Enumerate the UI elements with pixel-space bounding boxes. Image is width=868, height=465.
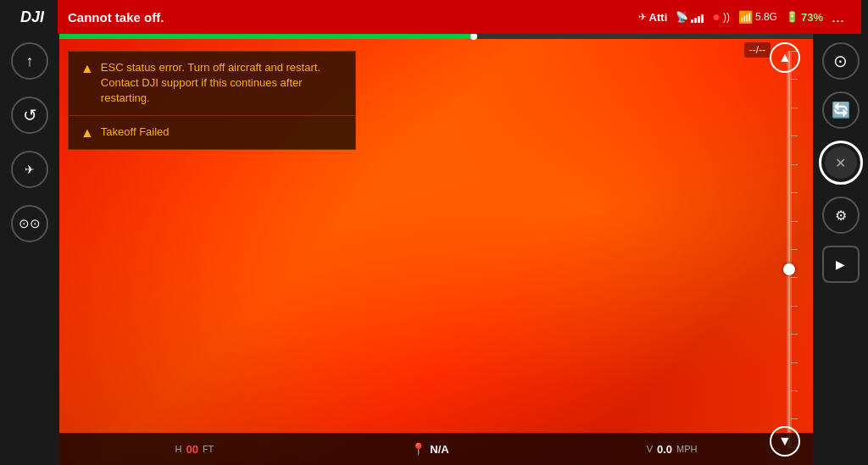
recording-indicator: ● ))	[712, 9, 730, 25]
shutter-inner: ✕	[825, 147, 857, 179]
right-sidebar: ⊙ 🔄 ✕ ⚙ ▶	[813, 34, 868, 465]
wifi-icon: 📶	[738, 10, 753, 24]
intelligent-flight-icon: ✈	[25, 163, 35, 176]
h-unit: FT	[203, 444, 214, 454]
flight-mode-indicator[interactable]: ✈ Atti	[638, 11, 668, 24]
shutter-icon: ✕	[835, 155, 846, 171]
record-dot-icon: ●	[712, 9, 721, 25]
return-home-button[interactable]: ↺	[11, 97, 48, 134]
exposure-fill	[59, 34, 474, 39]
altitude-slider[interactable]	[787, 51, 792, 448]
down-arrow-icon: ▼	[778, 434, 792, 449]
error-message-takeoff: ▲ Takeoff Failed	[68, 116, 356, 150]
location-value: N/A	[430, 443, 448, 456]
status-icons: ✈ Atti 📡 ● ))	[638, 8, 851, 26]
exposure-dot	[470, 34, 477, 40]
altitude-ticks	[791, 51, 798, 448]
frequency-label: 5.8G	[755, 11, 777, 23]
v-label: V	[647, 444, 653, 454]
h-value: 00	[186, 443, 198, 456]
speed-stat: V 0.0 MPH	[647, 443, 698, 456]
intelligent-flight-button[interactable]: ✈	[11, 151, 48, 188]
exposure-settings-button[interactable]: ⚙	[822, 197, 860, 234]
main-content: ↑ ↺ ✈ ⊙⊙ --/-- ▲	[0, 34, 868, 465]
takeoff-error-text: Takeoff Failed	[101, 125, 170, 140]
capture-mode-button[interactable]: ⊙	[822, 42, 860, 80]
altitude-down-button[interactable]: ▼	[770, 426, 800, 457]
more-menu-button[interactable]: ...	[832, 8, 844, 26]
telemetry-bar: H 00 FT 📍 N/A V 0.0 MPH	[59, 433, 813, 465]
left-sidebar: ↑ ↺ ✈ ⊙⊙	[0, 34, 59, 465]
v-unit: MPH	[676, 444, 697, 454]
v-value: 0.0	[657, 443, 672, 456]
up-arrow-icon: ▲	[778, 50, 792, 65]
exposure-bar	[59, 34, 813, 39]
signal-indicator: 📡	[676, 11, 704, 23]
sliders-icon: ⚙	[835, 208, 847, 224]
dji-logo: DJI	[7, 8, 58, 26]
top-bar: DJI Cannot take off. ✈ Atti 📡	[0, 0, 868, 34]
h-label: H	[175, 444, 181, 454]
atti-label: Atti	[649, 11, 668, 24]
error-message-esc: ▲ ESC status error. Turn off aircraft an…	[68, 51, 356, 116]
esc-error-text: ESC status error. Turn off aircraft and …	[101, 60, 343, 107]
camera-switch-button[interactable]: 🔄	[822, 91, 860, 129]
battery-value: 73%	[801, 11, 823, 24]
error-status-bar: Cannot take off. ✈ Atti 📡	[58, 0, 861, 34]
wifi-indicator: 📶 5.8G	[738, 10, 777, 24]
altitude-thumb[interactable]	[783, 263, 795, 275]
error-panel: ▲ ESC status error. Turn off aircraft an…	[68, 51, 356, 150]
app-container: DJI Cannot take off. ✈ Atti 📡	[0, 0, 868, 465]
record-label: ))	[723, 11, 730, 23]
signal-bars	[691, 11, 704, 23]
takeoff-land-button[interactable]: ↑	[11, 42, 48, 80]
return-home-icon: ↺	[23, 105, 37, 125]
play-icon: ▶	[836, 257, 845, 271]
cannot-takeoff-label: Cannot take off.	[68, 10, 164, 25]
altitude-up-button[interactable]: ▲	[770, 42, 800, 73]
location-pin-icon: 📍	[411, 442, 426, 456]
takeoff-icon: ↑	[26, 53, 34, 70]
camera-switch-icon: 🔄	[832, 101, 850, 119]
drone-icon: ✈	[638, 11, 647, 23]
warning-icon-1: ▲	[81, 61, 94, 76]
shutter-button[interactable]: ✕	[819, 141, 863, 185]
signal-icon: 📡	[676, 11, 688, 23]
camera-view: --/-- ▲ ESC status error. Turn off aircr…	[59, 34, 813, 465]
warning-icon-2: ▲	[81, 125, 94, 141]
timer-overlay: --/--	[744, 42, 771, 58]
battery-indicator[interactable]: 🔋 73%	[786, 11, 823, 24]
obstacle-avoid-button[interactable]: ⊙⊙	[11, 205, 48, 242]
playback-button[interactable]: ▶	[822, 246, 860, 283]
altitude-stat: H 00 FT	[175, 443, 214, 456]
battery-icon: 🔋	[786, 11, 798, 23]
capture-icon: ⊙	[833, 51, 848, 71]
location-stat: 📍 N/A	[411, 442, 448, 456]
obstacle-icon: ⊙⊙	[19, 216, 41, 231]
